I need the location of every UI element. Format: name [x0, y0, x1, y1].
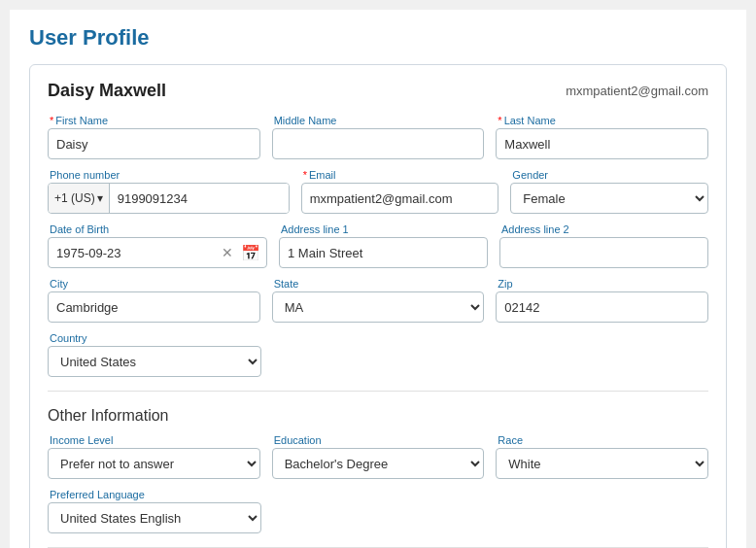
name-row: *First Name Middle Name *Last Name	[48, 115, 708, 159]
gender-group: Gender Female Male Other Prefer not to a…	[510, 169, 708, 214]
middle-name-input[interactable]	[272, 128, 485, 159]
income-label: Income Level	[48, 434, 260, 446]
income-select[interactable]: Prefer not to answer Under $25,000 $25,0…	[48, 448, 260, 479]
education-select[interactable]: Bachelor's Degree High School Master's D…	[272, 448, 485, 479]
dob-clear-icon[interactable]: ✕	[222, 245, 233, 260]
calendar-icon[interactable]: 📅	[241, 244, 260, 262]
user-name: Daisy Maxwell	[48, 81, 166, 101]
address1-input[interactable]	[279, 237, 488, 268]
address-row-1: Date of Birth ✕ 📅 Address line 1 Address…	[48, 223, 708, 268]
dob-group: Date of Birth ✕ 📅	[48, 223, 267, 268]
dob-input[interactable]	[54, 246, 222, 260]
other-info-title: Other Information	[48, 407, 708, 425]
address2-input[interactable]	[499, 237, 708, 268]
email-group: *Email	[301, 169, 499, 214]
address1-group: Address line 1	[279, 223, 488, 268]
zip-group: Zip	[496, 278, 708, 323]
middle-name-group: Middle Name	[272, 115, 485, 159]
country-label: Country	[48, 332, 261, 344]
other-info-row-1: Income Level Prefer not to answer Under …	[48, 434, 708, 479]
race-label: Race	[496, 434, 708, 446]
language-group: Preferred Language United States English…	[48, 489, 261, 533]
gender-label: Gender	[510, 169, 708, 181]
state-label: State	[272, 278, 485, 290]
zip-input[interactable]	[496, 291, 708, 323]
city-state-row: City State MA CA NY Zip	[48, 278, 708, 323]
middle-name-label: Middle Name	[272, 115, 485, 126]
phone-group: Phone number +1 (US) ▾	[48, 169, 290, 214]
language-label: Preferred Language	[48, 489, 261, 500]
country-row: Country United States Canada Mexico	[48, 332, 708, 377]
dob-input-wrapper: ✕ 📅	[48, 237, 267, 268]
first-name-label: *First Name	[48, 115, 260, 126]
other-info-row-2: Preferred Language United States English…	[48, 489, 708, 533]
contact-row: Phone number +1 (US) ▾ *Email Gender	[48, 169, 708, 214]
phone-input-wrapper: +1 (US) ▾	[48, 183, 290, 214]
phone-number-input[interactable]	[110, 184, 289, 213]
country-group: Country United States Canada Mexico	[48, 332, 261, 377]
section-divider-1	[48, 391, 708, 392]
address1-label: Address line 1	[279, 223, 488, 235]
state-group: State MA CA NY	[272, 278, 485, 323]
last-name-input[interactable]	[496, 128, 708, 159]
city-group: City	[48, 278, 260, 323]
profile-card: Daisy Maxwell mxmpatient2@gmail.com *Fir…	[29, 64, 727, 548]
dob-label: Date of Birth	[48, 223, 267, 235]
state-select[interactable]: MA CA NY	[272, 291, 485, 323]
language-select[interactable]: United States English Spanish French	[48, 502, 261, 533]
city-input[interactable]	[48, 291, 260, 323]
education-group: Education Bachelor's Degree High School …	[272, 434, 485, 479]
country-select[interactable]: United States Canada Mexico	[48, 346, 261, 377]
first-name-group: *First Name	[48, 115, 260, 159]
gender-select[interactable]: Female Male Other Prefer not to answer	[510, 183, 708, 214]
zip-label: Zip	[496, 278, 708, 290]
education-label: Education	[272, 434, 485, 446]
address2-label: Address line 2	[499, 223, 708, 235]
email-input[interactable]	[301, 183, 499, 214]
phone-label: Phone number	[48, 169, 290, 181]
last-name-label: *Last Name	[496, 115, 708, 126]
user-header: Daisy Maxwell mxmpatient2@gmail.com	[48, 81, 708, 101]
phone-prefix[interactable]: +1 (US) ▾	[49, 184, 110, 213]
page-title: User Profile	[29, 25, 727, 51]
city-label: City	[48, 278, 260, 290]
race-group: Race White Black or African American Asi…	[496, 434, 708, 479]
address2-group: Address line 2	[499, 223, 708, 268]
user-email: mxmpatient2@gmail.com	[566, 84, 708, 98]
last-name-group: *Last Name	[496, 115, 708, 159]
race-select[interactable]: White Black or African American Asian Pr…	[496, 448, 708, 479]
email-label: *Email	[301, 169, 499, 181]
income-group: Income Level Prefer not to answer Under …	[48, 434, 260, 479]
first-name-input[interactable]	[48, 128, 260, 159]
